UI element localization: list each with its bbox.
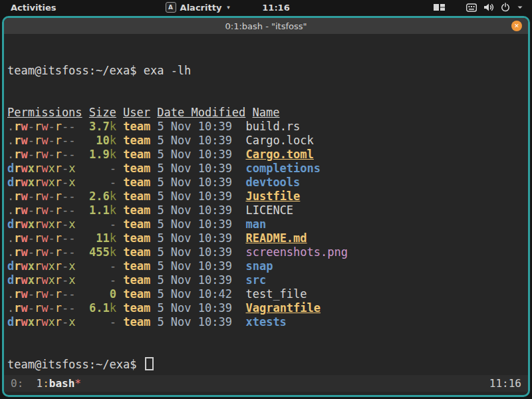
tmux-window-name: bash (49, 377, 75, 390)
perm-char: . (7, 120, 14, 133)
terminal-cursor (145, 357, 154, 370)
file-owner: team (123, 190, 150, 203)
file-name: screenshots.png (245, 245, 348, 259)
perm-char: - (49, 245, 55, 259)
file-name: Vagrantfile (245, 301, 321, 315)
perm-char: r (55, 287, 62, 301)
spacer (76, 120, 89, 133)
system-tray[interactable] (430, 3, 527, 12)
tmux-status-left: 0: 1:bash* (11, 377, 81, 390)
perm-char: r (35, 148, 41, 161)
perm-char: x (28, 259, 35, 273)
file-row: .rw-rw-r-- 3.7k team 5 Nov 10:39 build.r… (7, 120, 528, 134)
perm-char: r (55, 190, 62, 203)
file-date: 5 Nov 10:39 (150, 162, 245, 175)
spacer (76, 134, 96, 147)
column-header: Permissions (7, 106, 82, 119)
file-name: snap (245, 259, 273, 273)
perm-char: r (14, 134, 21, 147)
file-row: .rw-rw-r-- 6.1k team 5 Nov 10:39 Vagrant… (7, 301, 528, 315)
file-date: 5 Nov 10:42 (150, 287, 245, 301)
chevron-down-icon[interactable] (517, 5, 523, 10)
file-date: 5 Nov 10:39 (150, 176, 245, 189)
terminal-screen[interactable]: team@itsfoss:~/exa$ exa -lh Permissions … (4, 34, 528, 374)
perm-char: - (28, 148, 35, 161)
perm-char: - (68, 203, 75, 217)
perm-char: w (41, 231, 48, 245)
file-row: .rw-rw-r-- 1.9k team 5 Nov 10:39 Cargo.t… (7, 148, 528, 162)
perm-char: r (35, 120, 41, 133)
spacer (116, 106, 123, 119)
file-date: 5 Nov 10:39 (150, 134, 245, 147)
keyboard-icon[interactable] (466, 3, 477, 12)
file-name: Cargo.toml (245, 148, 313, 161)
file-owner: team (123, 273, 150, 287)
power-icon[interactable] (501, 3, 510, 12)
perm-char: x (68, 162, 75, 175)
perm-char: x (49, 176, 55, 189)
perm-char: w (41, 190, 48, 203)
perm-char: - (62, 301, 68, 315)
perm-char: r (55, 273, 62, 287)
spacer (150, 106, 157, 119)
perm-char: - (62, 217, 68, 231)
tmux-window-tab[interactable]: 1:bash* (37, 377, 81, 390)
perm-char: x (28, 273, 35, 287)
perm-char: r (35, 273, 41, 287)
file-date: 5 Nov 10:39 (150, 273, 245, 287)
perm-char: x (28, 315, 35, 329)
spacer (116, 315, 123, 329)
spacer (76, 259, 110, 273)
file-date: 5 Nov 10:39 (150, 231, 245, 245)
perm-char: x (49, 162, 55, 175)
perm-char: - (49, 301, 55, 315)
spacer (76, 301, 89, 315)
file-date: 5 Nov 10:39 (150, 245, 245, 259)
file-row: .rw-rw-r-- 1.1k team 5 Nov 10:39 LICENCE (7, 203, 528, 217)
spacer (76, 315, 110, 329)
perm-char: r (35, 287, 41, 301)
tiling-layout-icon[interactable] (434, 3, 445, 11)
close-button[interactable]: ✕ (511, 21, 522, 31)
file-owner: team (123, 315, 150, 329)
spacer (76, 190, 89, 203)
file-row: .rw-rw-r-- 11k team 5 Nov 10:39 README.m… (7, 231, 528, 245)
perm-char: w (41, 176, 48, 189)
spacer (76, 176, 110, 189)
spacer (116, 162, 123, 175)
file-size-unit: k (110, 148, 116, 161)
file-owner: team (123, 176, 150, 189)
perm-char: x (49, 273, 55, 287)
spacer (116, 176, 123, 189)
spacer (245, 106, 252, 119)
perm-char: r (14, 162, 21, 175)
file-row: drwxrwxr-x - team 5 Nov 10:39 snap (7, 259, 528, 273)
file-row: .rw-rw-r-- 0 team 5 Nov 10:42 test_file (7, 287, 528, 301)
file-owner: team (123, 120, 150, 133)
perm-char: d (7, 176, 14, 189)
app-menu-button[interactable]: A Alacritty ▾ (166, 2, 230, 13)
perm-char: - (62, 273, 68, 287)
file-name: completions (245, 162, 321, 175)
file-row: .rw-rw-r-- 2.6k team 5 Nov 10:39 Justfil… (7, 190, 528, 203)
perm-char: x (68, 176, 75, 189)
perm-char: w (41, 287, 48, 301)
file-size: 455 (89, 245, 110, 259)
tmux-session-indicator: 0: (11, 377, 23, 390)
file-row: drwxrwxr-x - team 5 Nov 10:39 src (7, 273, 528, 287)
perm-char: r (55, 148, 62, 161)
perm-char: r (35, 134, 41, 147)
clock[interactable]: 11:16 (262, 3, 289, 13)
perm-char: r (35, 315, 41, 329)
spacer (116, 259, 123, 273)
volume-icon[interactable] (483, 3, 494, 12)
app-menu-label: Alacritty (180, 3, 222, 13)
file-owner: team (123, 259, 150, 273)
activities-button[interactable]: Activities (8, 3, 59, 13)
window-titlebar[interactable]: 0:1:bash - "itsfoss" ✕ (4, 18, 528, 34)
perm-char: r (35, 203, 41, 217)
tmux-window-separator: : (43, 377, 49, 390)
spacer (116, 190, 123, 203)
perm-char: - (49, 231, 55, 245)
perm-char: r (55, 259, 62, 273)
